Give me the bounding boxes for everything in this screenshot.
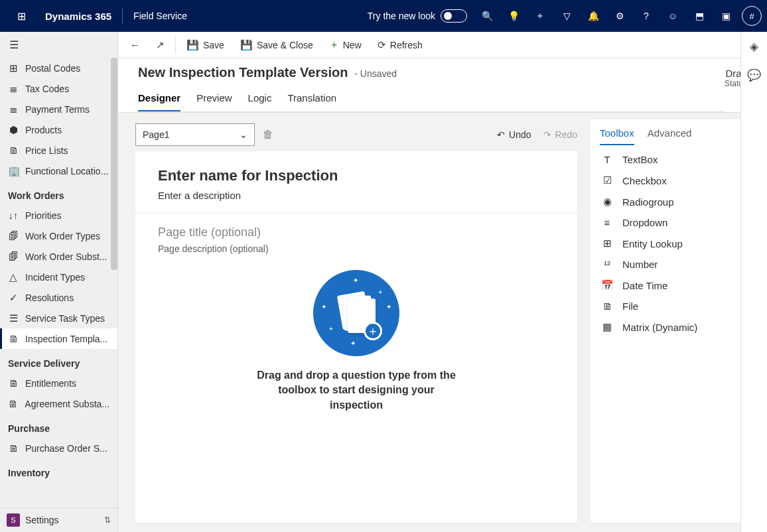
calendar-icon: 📅: [601, 279, 613, 291]
grid-icon: ⊞: [8, 62, 19, 74]
toggle-icon[interactable]: [441, 9, 467, 23]
undo-icon: ↶: [497, 129, 505, 140]
sidebar-item-inspection-templates[interactable]: 🗎Inspection Templa...: [0, 328, 117, 349]
doc-icon: 🗎: [8, 145, 19, 156]
toolbox-item-number[interactable]: ¹²Number: [591, 254, 750, 275]
lightbulb-icon[interactable]: 💡: [500, 0, 527, 32]
sidebar-item-postal-codes[interactable]: ⊞Postal Codes: [0, 58, 117, 78]
scrollbar[interactable]: [111, 58, 117, 270]
sort-icon: ↓↑: [8, 210, 19, 221]
form-tabs: Designer Preview Logic Translation: [138, 80, 725, 112]
chevron-updown-icon: ⇅: [104, 516, 111, 524]
sidebar-item-tax-codes[interactable]: ≣Tax Codes: [0, 78, 117, 99]
text-icon: T: [601, 154, 613, 165]
top-nav: ⊞ Dynamics 365 Field Service Try the new…: [0, 0, 767, 32]
app-name[interactable]: Field Service: [125, 11, 195, 21]
app-launcher-icon[interactable]: ⊞: [5, 10, 37, 23]
plus-icon[interactable]: ＋: [527, 0, 553, 32]
smile-icon[interactable]: ☺: [660, 0, 686, 32]
divider: [175, 37, 176, 53]
plus-icon: ＋: [329, 38, 339, 51]
dropdown-icon: ≡: [601, 217, 613, 228]
tab-preview[interactable]: Preview: [196, 92, 232, 111]
page-title-input[interactable]: Page title (optional): [158, 226, 555, 239]
list-icon: ≣: [8, 103, 19, 115]
filter-icon[interactable]: ▽: [553, 0, 580, 32]
sidebar-area-switcher[interactable]: S Settings ⇅: [0, 507, 117, 532]
settings-label: Settings: [25, 515, 59, 525]
avatar[interactable]: #: [742, 6, 762, 26]
toolbox-item-entity-lookup[interactable]: ⊞Entity Lookup: [591, 233, 750, 254]
save-close-button[interactable]: 💾Save & Close: [234, 34, 320, 56]
bell-icon[interactable]: 🔔: [580, 0, 606, 32]
sidebar-item-products[interactable]: ⬢Products: [0, 119, 117, 140]
toolbox-item-dropdown[interactable]: ≡Dropdown: [591, 212, 750, 233]
back-icon: ←: [130, 39, 140, 50]
sidebar-item-incident-types[interactable]: △Incident Types: [0, 267, 117, 287]
page-desc-input[interactable]: Page description (optional): [158, 243, 555, 254]
toolbox-tab-toolbox[interactable]: Toolbox: [600, 127, 634, 145]
tab-designer[interactable]: Designer: [138, 92, 180, 111]
warning-icon: △: [8, 271, 19, 283]
toolbox-item-file[interactable]: 🗎File: [591, 296, 750, 316]
unsaved-indicator: - Unsaved: [354, 68, 397, 79]
search-icon[interactable]: 🔍: [474, 0, 500, 32]
toolbox-item-radiogroup[interactable]: ◉Radiogroup: [591, 191, 750, 212]
list-icon: ☰: [8, 312, 19, 324]
tab-translation[interactable]: Translation: [287, 92, 336, 111]
toolbox-item-datetime[interactable]: 📅Date Time: [591, 275, 750, 296]
help-icon[interactable]: ?: [633, 0, 660, 32]
sidebar-item-purchase-order[interactable]: 🗎Purchase Order S...: [0, 438, 117, 458]
check-icon: ✓: [8, 292, 19, 304]
sidebar-item-payment-terms[interactable]: ≣Payment Terms: [0, 99, 117, 119]
radio-icon: ◉: [601, 196, 613, 208]
inspection-desc-input[interactable]: Enter a description: [158, 190, 555, 201]
new-button[interactable]: ＋New: [322, 34, 368, 56]
sidebar-group-purchase: Purchase: [0, 414, 117, 438]
sidebar-item-service-task-types[interactable]: ☰Service Task Types: [0, 308, 117, 328]
open-icon: ↗: [156, 39, 165, 51]
try-label: Try the new look: [368, 11, 435, 21]
undo-button[interactable]: ↶Undo: [497, 129, 531, 140]
panel-icon[interactable]: ▣: [713, 0, 739, 32]
save-button[interactable]: 💾Save: [180, 34, 231, 56]
toolbox-item-textbox[interactable]: TTextBox: [591, 149, 750, 170]
redo-button[interactable]: ↷Redo: [543, 129, 577, 140]
gear-icon[interactable]: ⚙: [606, 0, 633, 32]
sidebar-item-agreement-substatus[interactable]: 🗎Agreement Substa...: [0, 393, 117, 414]
delete-page-icon[interactable]: 🗑: [263, 129, 273, 141]
main-area: ← ↗ 💾Save 💾Save & Close ＋New ⟳Refresh Ne…: [118, 32, 767, 532]
brand-label[interactable]: Dynamics 365: [37, 11, 119, 22]
try-new-look[interactable]: Try the new look: [368, 9, 467, 23]
chat-icon[interactable]: 💬: [747, 68, 761, 82]
page-selector[interactable]: Page1 ⌄: [135, 123, 255, 146]
toolbox-item-checkbox[interactable]: ☑Checkbox: [591, 170, 750, 191]
list-icon: ≣: [8, 83, 19, 95]
toolbox-tab-advanced[interactable]: Advanced: [648, 127, 692, 145]
copilot-icon[interactable]: ◈: [750, 40, 758, 54]
back-button[interactable]: ←: [123, 34, 147, 56]
inspection-name-input[interactable]: Enter name for Inspection: [158, 167, 555, 184]
empty-illustration: ＋ ✦ ✦ ✦ ✦ + +: [313, 270, 399, 356]
sidebar-item-wo-types[interactable]: 🗐Work Order Types: [0, 226, 117, 246]
refresh-button[interactable]: ⟳Refresh: [371, 34, 429, 56]
sidebar-item-resolutions[interactable]: ✓Resolutions: [0, 287, 117, 308]
toolbox-item-matrix[interactable]: ▦Matrix (Dynamic): [591, 316, 750, 338]
matrix-icon: ▦: [601, 321, 613, 333]
sidebar-item-functional-locations[interactable]: 🏢Functional Locatio...: [0, 161, 117, 181]
open-record-button[interactable]: ↗: [149, 34, 171, 56]
sidebar-group-work-orders: Work Orders: [0, 181, 117, 205]
sidebar-item-price-lists[interactable]: 🗎Price Lists: [0, 140, 117, 161]
hamburger-icon[interactable]: ☰: [0, 32, 117, 58]
tab-logic[interactable]: Logic: [248, 92, 272, 111]
settings-badge: S: [7, 513, 20, 527]
page-title: New Inspection Template Version: [138, 65, 348, 80]
sidebar-item-wo-substatus[interactable]: 🗐Work Order Subst...: [0, 246, 117, 267]
sidebar-group-service-delivery: Service Delivery: [0, 349, 117, 373]
sidebar-item-priorities[interactable]: ↓↑Priorities: [0, 205, 117, 226]
designer-pane: Page1 ⌄ 🗑 ↶Undo ↷Redo Enter name for Ins…: [135, 119, 577, 523]
chevron-down-icon: ⌄: [240, 129, 247, 140]
teams-icon[interactable]: ⬒: [686, 0, 713, 32]
doc-icon: 🗎: [8, 377, 19, 389]
sidebar-item-entitlements[interactable]: 🗎Entitlements: [0, 373, 117, 393]
